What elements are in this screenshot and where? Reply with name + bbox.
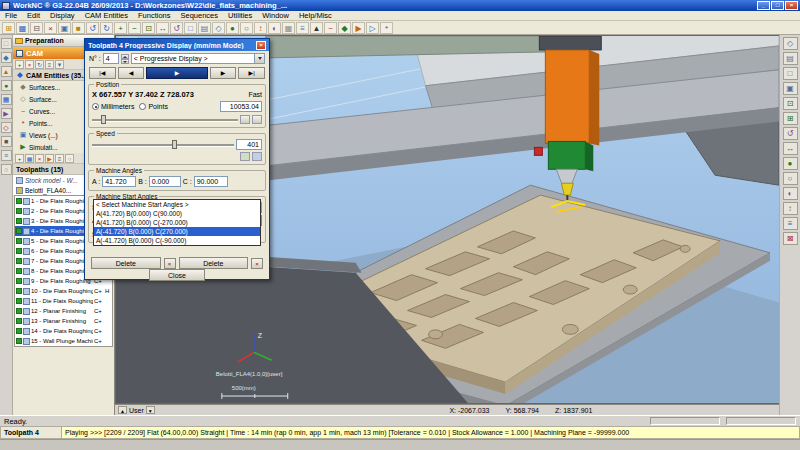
simulation-module-icon[interactable]: ▶ [1,108,12,119]
menu-item[interactable]: CAM Entities [80,11,133,20]
toolpath-checkbox[interactable] [16,298,22,304]
toolpath-row[interactable]: 14 - Die Flats Roughing C+ [15,326,112,336]
settings-icon[interactable]: * [380,22,393,34]
dialog-close-button[interactable]: Close [149,269,205,281]
section-icon[interactable]: ◐ [268,22,281,34]
dialog-close-icon[interactable]: × [256,41,266,50]
menu-item[interactable]: File [0,11,22,20]
top-view-icon[interactable]: ▤ [198,22,211,34]
fullscreen-icon[interactable]: ⊠ [783,232,798,245]
toolpath-checkbox[interactable] [16,318,22,324]
print-icon[interactable]: ⊟ [30,22,43,34]
view-up-icon[interactable]: ▲ [118,406,127,414]
rotate-icon[interactable]: ↺ [783,127,798,140]
position-slider[interactable] [92,115,238,124]
points-radio[interactable] [139,103,146,110]
section-icon[interactable]: ◐ [783,187,798,200]
zoom-in-icon[interactable]: + [114,22,127,34]
copy-icon[interactable]: ▣ [58,22,71,34]
rotate-view-icon[interactable]: ↺ [170,22,183,34]
speed-value-field[interactable]: 401 [236,139,262,150]
toolpath-row[interactable]: 10 - Die Flats Roughing C+ H [15,286,112,296]
dropdown-option[interactable]: A(41.720) B(0.000) C(90.000) [94,209,260,218]
stats-icon[interactable]: ≡ [55,154,64,163]
pan-icon[interactable]: ↔ [783,142,798,155]
cut-icon[interactable]: × [44,22,57,34]
filter-icon[interactable]: ○ [65,154,74,163]
speed-option-icon-2[interactable] [252,152,262,161]
redo-icon[interactable]: ↻ [100,22,113,34]
zoom-out-icon[interactable]: − [128,22,141,34]
cam-module-icon[interactable]: ▲ [1,66,12,77]
view-down-icon[interactable]: ▼ [146,406,155,414]
dropdown-option[interactable]: A(41.720) B(0.000) C(-270.000) [94,218,260,227]
delete-angles-icon[interactable]: × [164,258,176,269]
documentation-icon[interactable]: ≡ [1,150,12,161]
toolpath-icon[interactable]: ▶ [352,22,365,34]
speed-option-icon[interactable] [240,152,250,161]
dropdown-option[interactable]: A(-41.720) B(0.000) C(270.000) [94,227,260,236]
menu-item[interactable]: Edit [22,11,45,20]
analysis-icon[interactable]: ◇ [1,122,12,133]
toolpath-number-spinner[interactable] [121,54,129,64]
save-icon[interactable]: ▦ [16,22,29,34]
dropdown-option[interactable]: A(-41.720) B(0.000) C(-90.000) [94,236,260,245]
toolpath-checkbox[interactable] [16,328,22,334]
stock-icon[interactable]: ● [1,80,12,91]
select-icon[interactable]: ▲ [310,22,323,34]
position-value-field[interactable]: 10053.04 [220,101,262,112]
toolpath-row[interactable]: 11 - Die Flats Roughing C+ [15,296,112,306]
layers-icon[interactable]: ≡ [783,217,798,230]
zoom-fit-icon[interactable]: ⊡ [142,22,155,34]
toolpath-row[interactable]: 15 - Wall Plunge Machining C+ [15,336,112,346]
display-mode-select[interactable]: < Progressive Display > [131,53,265,64]
go-first-button[interactable]: |◀ [89,67,116,79]
delete-point-icon[interactable]: × [251,258,263,269]
close-button[interactable]: × [785,1,798,10]
position-step-button-2[interactable] [252,115,262,124]
add-entity-icon[interactable]: + [15,60,24,69]
delete-start-angles-button[interactable]: Delete [91,257,161,269]
paste-icon[interactable]: ■ [72,22,85,34]
toolpath-checkbox[interactable] [16,208,22,214]
edit-toolpath-icon[interactable]: ▦ [25,154,34,163]
toolpath-checkbox[interactable] [16,308,22,314]
go-last-button[interactable]: ▶| [238,67,265,79]
preferences-icon[interactable]: ○ [1,164,12,175]
view-front-icon[interactable]: □ [783,67,798,80]
toolpath-number-field[interactable]: 4 [103,53,119,64]
cad-model-icon[interactable]: ◆ [1,52,12,63]
wireframe-icon[interactable]: ○ [783,172,798,185]
dropdown-option[interactable]: < Select Machine Start Angles > [94,200,260,209]
toolpath-checkbox[interactable] [16,258,22,264]
undo-icon[interactable]: ↺ [86,22,99,34]
toolpath-checkbox[interactable] [16,338,22,344]
view-top-icon[interactable]: ▤ [783,52,798,65]
surface-icon[interactable]: ◆ [338,22,351,34]
toolpath-row[interactable]: 12 - Planar Finishing C+ [15,306,112,316]
toolpath-checkbox[interactable] [16,228,22,234]
toolpath-checkbox[interactable] [16,248,22,254]
toolpath-checkbox[interactable] [16,238,22,244]
millimeters-radio[interactable] [92,103,99,110]
toolpath-checkbox[interactable] [16,218,22,224]
menu-item[interactable]: Functions [133,11,176,20]
grid-icon[interactable]: ▦ [282,22,295,34]
minimize-button[interactable]: _ [757,1,770,10]
machine-icon[interactable]: ■ [1,136,12,147]
measure-icon[interactable]: ↕ [783,202,798,215]
toolpath-checkbox[interactable] [16,198,22,204]
zoom-window-icon[interactable]: ⊡ [783,97,798,110]
angle-b-field[interactable]: 0.000 [149,176,181,187]
delete-entity-icon[interactable]: × [25,60,34,69]
entity-filter-icon[interactable]: ▼ [55,60,64,69]
menu-item[interactable]: Display [45,11,80,20]
view-iso-icon[interactable]: ◇ [783,37,798,50]
front-view-icon[interactable]: □ [184,22,197,34]
add-toolpath-icon[interactable]: + [15,154,24,163]
curve-icon[interactable]: ~ [324,22,337,34]
maximize-button[interactable]: □ [771,1,784,10]
shaded-view-icon[interactable]: ● [226,22,239,34]
position-step-button[interactable] [240,115,250,124]
step-forward-button[interactable]: ▶ [210,67,237,79]
